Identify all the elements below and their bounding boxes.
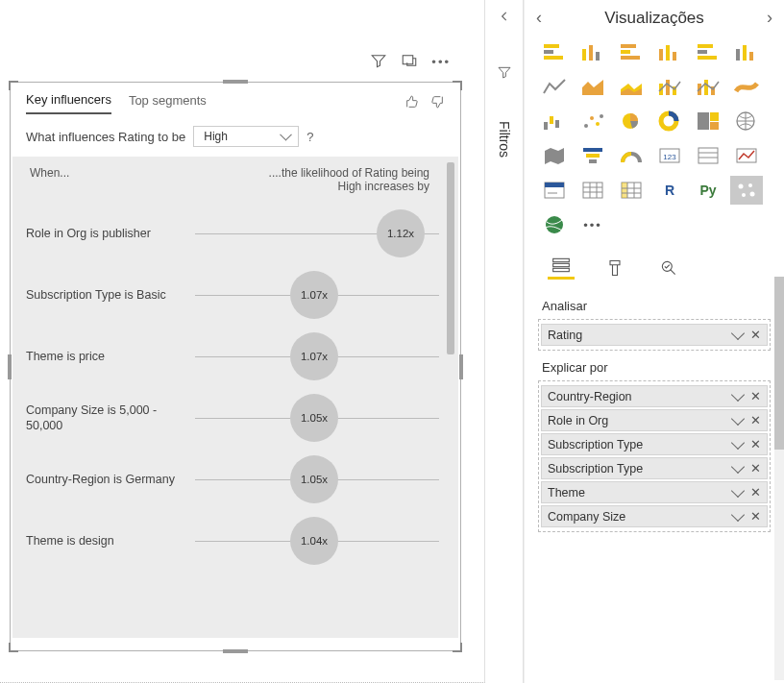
- influencer-row[interactable]: Country-Region is Germany 1.05x: [26, 449, 445, 510]
- viz-treemap-icon[interactable]: [692, 107, 724, 135]
- pane-scrollbar-thumb[interactable]: [774, 277, 784, 450]
- viz-python-icon[interactable]: Py: [692, 176, 724, 205]
- remove-field-icon[interactable]: ✕: [750, 509, 761, 524]
- viz-pie-icon[interactable]: [615, 107, 648, 135]
- influencer-row[interactable]: Subscription Type is Basic 1.07x: [26, 264, 445, 326]
- chevron-down-icon[interactable]: [731, 326, 745, 339]
- pane-scrollbar[interactable]: [774, 277, 784, 680]
- remove-field-icon[interactable]: ✕: [750, 461, 761, 476]
- viz-map-icon[interactable]: [730, 107, 763, 135]
- field-pill[interactable]: Subscription Type ✕: [541, 457, 768, 479]
- field-pill[interactable]: Theme ✕: [541, 481, 768, 503]
- viz-stacked-area-icon[interactable]: [615, 72, 648, 101]
- viz-matrix-icon[interactable]: [615, 176, 648, 205]
- viz-stacked-column-icon[interactable]: [576, 37, 609, 66]
- viz-area-icon[interactable]: [576, 72, 609, 101]
- influencer-row[interactable]: Role in Org is publisher 1.12x: [26, 203, 445, 264]
- remove-field-icon[interactable]: ✕: [750, 413, 761, 427]
- svg-rect-66: [553, 263, 570, 266]
- thumbs-up-icon[interactable]: [404, 94, 420, 112]
- viz-100-stacked-column-icon[interactable]: [730, 37, 763, 66]
- filter-icon[interactable]: [370, 52, 387, 72]
- influencer-bubble[interactable]: 1.05x: [290, 455, 338, 503]
- chevron-down-icon[interactable]: [731, 435, 745, 449]
- remove-field-icon[interactable]: ✕: [750, 485, 761, 500]
- viz-r-icon[interactable]: R: [653, 176, 686, 205]
- chevron-down-icon[interactable]: [731, 507, 745, 521]
- more-options-icon[interactable]: •••: [431, 55, 451, 69]
- chevron-down-icon[interactable]: [731, 387, 745, 401]
- viz-scatter-icon[interactable]: [576, 107, 609, 135]
- field-pill[interactable]: Company Size ✕: [541, 505, 768, 527]
- influencer-bubble[interactable]: 1.07x: [290, 332, 338, 380]
- scrollbar-thumb[interactable]: [447, 162, 454, 354]
- field-pill[interactable]: Role in Org ✕: [541, 409, 768, 431]
- influencer-bubble[interactable]: 1.12x: [377, 209, 425, 257]
- resize-handle-right[interactable]: [459, 354, 463, 379]
- influencer-row[interactable]: Theme is price 1.07x: [26, 326, 445, 387]
- svg-rect-40: [589, 159, 597, 163]
- tab-top-segments[interactable]: Top segments: [129, 93, 207, 113]
- viz-slicer-icon[interactable]: [538, 176, 571, 205]
- expand-filters-icon[interactable]: [485, 0, 523, 26]
- remove-field-icon[interactable]: ✕: [750, 328, 761, 342]
- explicar-field-well[interactable]: Country-Region ✕ Role in Org ✕ Subscript…: [538, 380, 771, 532]
- viz-more-icon[interactable]: •••: [576, 210, 609, 239]
- viz-arcgis-icon[interactable]: [538, 210, 571, 239]
- viz-table-icon[interactable]: [576, 176, 609, 205]
- resize-handle-bottom[interactable]: [223, 649, 248, 653]
- influencer-label: Theme is design: [26, 533, 189, 549]
- analytics-tab-icon[interactable]: [655, 256, 682, 280]
- pane-next-icon[interactable]: ›: [767, 8, 772, 28]
- influencer-row[interactable]: Theme is design 1.04x: [26, 510, 445, 572]
- influencer-row[interactable]: Company Size is 5,000 - 50,000 1.05x: [26, 387, 445, 449]
- viz-100-stacked-bar-icon[interactable]: [692, 37, 724, 66]
- visualizations-title: Visualizações: [604, 9, 704, 28]
- influencer-bubble[interactable]: 1.04x: [290, 517, 338, 565]
- help-icon[interactable]: ?: [306, 130, 313, 144]
- resize-handle-top[interactable]: [223, 80, 248, 84]
- influencer-bubble[interactable]: 1.07x: [290, 271, 338, 319]
- chevron-down-icon[interactable]: [731, 411, 745, 425]
- viz-clustered-column-icon[interactable]: [653, 37, 686, 66]
- fields-tab-icon[interactable]: [548, 256, 575, 280]
- viz-multi-card-icon[interactable]: [692, 141, 724, 170]
- viz-line-icon[interactable]: [538, 72, 571, 101]
- svg-rect-7: [621, 44, 636, 48]
- viz-line-stacked-column-icon[interactable]: >: [653, 72, 686, 101]
- field-pill[interactable]: Subscription Type ✕: [541, 433, 768, 455]
- report-canvas[interactable]: ••• Key influencers Top segments What in…: [0, 0, 485, 683]
- chevron-down-icon[interactable]: [731, 459, 745, 473]
- svg-rect-16: [736, 49, 740, 61]
- viz-filled-map-icon[interactable]: [538, 141, 571, 170]
- influencer-bubble[interactable]: 1.05x: [290, 394, 338, 442]
- format-tab-icon[interactable]: [601, 256, 628, 280]
- viz-line-clustered-column-icon[interactable]: >: [692, 72, 724, 101]
- influencer-value-dropdown[interactable]: High: [193, 126, 299, 147]
- viz-clustered-bar-icon[interactable]: [615, 37, 648, 66]
- field-pill[interactable]: Rating ✕: [541, 324, 768, 346]
- analisar-field-well[interactable]: Rating ✕: [538, 319, 771, 351]
- pane-prev-icon[interactable]: ‹: [536, 8, 542, 28]
- viz-donut-icon[interactable]: [653, 107, 686, 135]
- viz-card-icon[interactable]: 123: [653, 141, 686, 170]
- resize-handle-left[interactable]: [8, 354, 12, 379]
- key-influencers-visual[interactable]: ••• Key influencers Top segments What in…: [10, 82, 461, 651]
- remove-field-icon[interactable]: ✕: [750, 437, 761, 451]
- viz-ribbon-icon[interactable]: [730, 72, 763, 101]
- svg-rect-43: [698, 148, 718, 163]
- chevron-down-icon[interactable]: [731, 483, 745, 497]
- viz-gauge-icon[interactable]: [615, 141, 648, 170]
- field-pill[interactable]: Country-Region ✕: [541, 385, 768, 407]
- focus-mode-icon[interactable]: [401, 52, 418, 72]
- tab-key-influencers[interactable]: Key influencers: [26, 92, 111, 114]
- viz-key-influencers-icon[interactable]: [730, 176, 763, 205]
- thumbs-down-icon[interactable]: [429, 94, 445, 112]
- remove-field-icon[interactable]: ✕: [750, 389, 761, 403]
- viz-waterfall-icon[interactable]: [538, 107, 571, 135]
- svg-rect-55: [622, 183, 627, 198]
- viz-funnel-icon[interactable]: [576, 141, 609, 170]
- viz-kpi-icon[interactable]: [730, 141, 763, 170]
- influencers-scrollbar[interactable]: [447, 162, 454, 632]
- viz-stacked-bar-icon[interactable]: [538, 37, 571, 66]
